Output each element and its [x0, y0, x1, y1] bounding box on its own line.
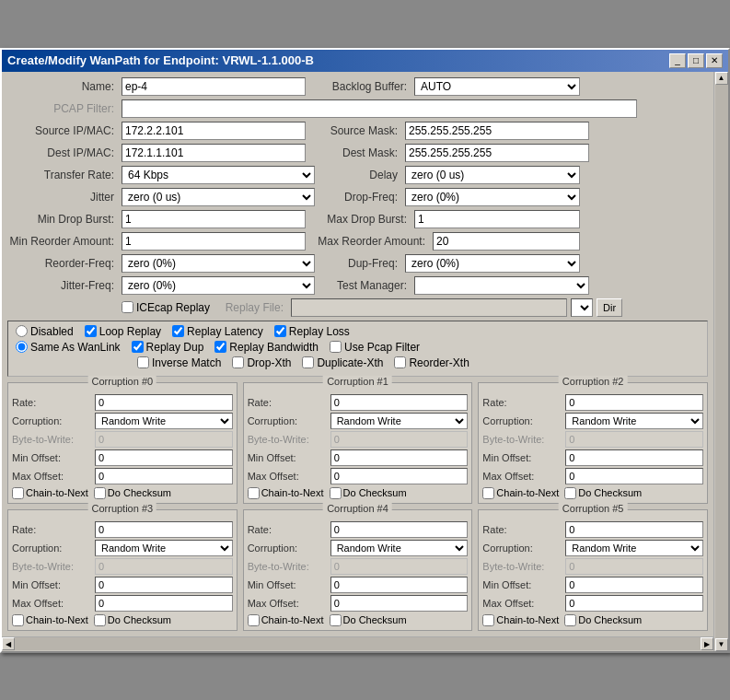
- min-offset-input-0[interactable]: [95, 449, 233, 466]
- minimize-button[interactable]: _: [669, 53, 686, 68]
- radio-row-1: Disabled Loop Replay Replay Latency: [16, 325, 700, 338]
- min-reorder-input[interactable]: [122, 232, 306, 251]
- scroll-up-button[interactable]: ▲: [715, 72, 728, 85]
- rate-input-5[interactable]: [565, 521, 703, 538]
- corruption-select-2[interactable]: Random Write: [565, 413, 703, 429]
- byte-label-1: Byte-to-Write:: [248, 434, 330, 445]
- inverse-match-item: Inverse Match: [137, 356, 221, 369]
- inverse-match-checkbox[interactable]: [137, 356, 149, 368]
- checksum-checkbox-0[interactable]: [94, 487, 106, 499]
- min-offset-input-2[interactable]: [565, 449, 703, 466]
- source-mask-label: Source Mask:: [309, 124, 401, 137]
- scroll-right-button[interactable]: ▶: [701, 637, 713, 650]
- horizontal-scroll-track[interactable]: [15, 637, 701, 650]
- chain-checkbox-5[interactable]: [482, 614, 494, 626]
- scroll-down-button[interactable]: ▼: [715, 638, 728, 651]
- byte-input-2[interactable]: [565, 431, 703, 448]
- dir-button[interactable]: Dir: [597, 298, 622, 317]
- use-pcap-filter-item: Use Pcap Filter: [330, 341, 420, 354]
- max-reorder-input[interactable]: [433, 232, 580, 251]
- byte-input-0[interactable]: [95, 431, 233, 448]
- max-offset-label-5: Max Offset:: [482, 598, 565, 609]
- max-offset-input-5[interactable]: [565, 595, 703, 612]
- chain-checkbox-2[interactable]: [482, 487, 494, 499]
- rate-input-3[interactable]: [95, 521, 233, 538]
- drop-freq-select[interactable]: zero (0%): [405, 188, 580, 206]
- chain-checkbox-0[interactable]: [12, 487, 24, 499]
- max-offset-input-1[interactable]: [330, 468, 469, 484]
- chain-checkbox-3[interactable]: [12, 614, 24, 626]
- transfer-select[interactable]: 64 Kbps: [122, 166, 315, 184]
- dest-mask-input[interactable]: [405, 144, 589, 162]
- corruption-select-3[interactable]: Random Write: [95, 540, 233, 556]
- max-offset-input-0[interactable]: [95, 468, 233, 484]
- jitter-freq-select[interactable]: zero (0%): [122, 276, 315, 295]
- vertical-scroll-track[interactable]: [715, 85, 728, 638]
- min-offset-input-1[interactable]: [330, 449, 469, 466]
- delay-select[interactable]: zero (0 us): [405, 166, 580, 184]
- min-offset-input-5[interactable]: [565, 577, 703, 593]
- replay-dup-item: Replay Dup: [132, 341, 204, 354]
- byte-input-4[interactable]: [330, 558, 469, 575]
- checksum-checkbox-4[interactable]: [330, 614, 342, 626]
- checksum-checkbox-5[interactable]: [564, 614, 576, 626]
- reorder-xth-checkbox[interactable]: [394, 356, 406, 368]
- corruption-select-1[interactable]: Random Write: [330, 413, 469, 429]
- chain-checkbox-1[interactable]: [248, 487, 260, 499]
- max-drop-input[interactable]: [414, 210, 580, 228]
- close-button[interactable]: ✕: [706, 53, 723, 68]
- min-drop-input[interactable]: [122, 210, 306, 228]
- dest-ip-input[interactable]: [122, 144, 306, 162]
- rate-input-2[interactable]: [565, 394, 703, 411]
- corruption-select-5[interactable]: Random Write: [565, 540, 703, 556]
- rate-input-1[interactable]: [330, 394, 469, 411]
- name-input[interactable]: [122, 77, 306, 96]
- maximize-button[interactable]: □: [688, 53, 704, 68]
- max-offset-input-4[interactable]: [330, 595, 469, 612]
- jitter-select[interactable]: zero (0 us): [122, 188, 315, 206]
- min-offset-input-4[interactable]: [330, 577, 469, 593]
- min-drop-label: Min Drop Burst:: [7, 213, 118, 226]
- checksum-checkbox-1[interactable]: [330, 487, 342, 499]
- duplicate-xth-checkbox[interactable]: [302, 356, 314, 368]
- test-manager-select[interactable]: [414, 276, 589, 295]
- replay-file-browse[interactable]: [571, 298, 593, 317]
- corruption-select-0[interactable]: Random Write: [95, 413, 233, 429]
- checksum-label-1: Do Checksum: [343, 487, 407, 498]
- source-ip-input[interactable]: [122, 122, 306, 140]
- icecap-checkbox[interactable]: [122, 301, 133, 313]
- max-offset-input-2[interactable]: [565, 468, 703, 484]
- use-pcap-filter-checkbox[interactable]: [330, 341, 342, 353]
- chain-label-1: Chain-to-Next: [261, 487, 324, 498]
- byte-input-1[interactable]: [330, 431, 469, 448]
- same-wanlink-radio[interactable]: [16, 341, 28, 353]
- byte-input-5[interactable]: [565, 558, 703, 575]
- replay-loss-checkbox[interactable]: [274, 325, 286, 337]
- replay-bandwidth-checkbox[interactable]: [214, 341, 226, 353]
- dup-freq-select[interactable]: zero (0%): [405, 254, 580, 273]
- scroll-left-button[interactable]: ◀: [2, 637, 15, 650]
- replay-dup-checkbox[interactable]: [132, 341, 144, 353]
- drop-xth-checkbox[interactable]: [232, 356, 244, 368]
- replay-file-input[interactable]: [291, 298, 567, 317]
- max-offset-input-3[interactable]: [95, 595, 233, 612]
- rate-input-4[interactable]: [330, 521, 469, 538]
- min-offset-input-3[interactable]: [95, 577, 233, 593]
- loop-replay-checkbox[interactable]: [85, 325, 97, 337]
- byte-input-3[interactable]: [95, 558, 233, 575]
- corruption-select-4[interactable]: Random Write: [330, 540, 469, 556]
- disabled-radio[interactable]: [16, 325, 28, 337]
- replay-latency-checkbox[interactable]: [172, 325, 184, 337]
- radio-row-2: Same As WanLink Replay Dup Replay Bandwi…: [16, 341, 700, 354]
- rate-input-0[interactable]: [95, 394, 233, 411]
- content-area: Name: Backlog Buffer: AUTO PCAP Filter: …: [2, 72, 713, 636]
- checksum-checkbox-2[interactable]: [564, 487, 576, 499]
- source-mask-input[interactable]: [405, 122, 589, 140]
- backlog-select[interactable]: AUTO: [414, 77, 580, 96]
- checksum-checkbox-3[interactable]: [94, 614, 106, 626]
- chain-checkbox-4[interactable]: [248, 614, 260, 626]
- byte-label-0: Byte-to-Write:: [12, 434, 95, 445]
- pcap-input[interactable]: [122, 99, 637, 118]
- main-content: Name: Backlog Buffer: AUTO PCAP Filter: …: [2, 72, 713, 651]
- reorder-freq-select[interactable]: zero (0%): [122, 254, 315, 273]
